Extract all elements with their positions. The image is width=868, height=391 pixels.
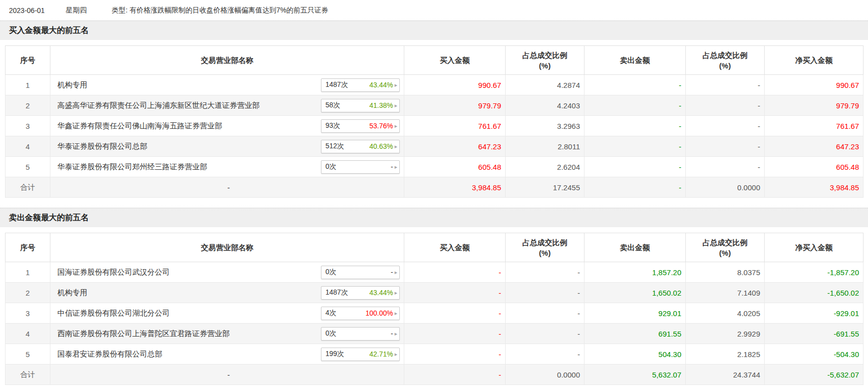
- branch-stats-badge[interactable]: 0次-▸: [321, 160, 400, 174]
- net-buy-amount-cell: 3,984.85: [765, 177, 864, 198]
- column-header: 序号: [5, 233, 50, 262]
- buy-total-ratio-cell: 3.2963: [506, 116, 584, 136]
- buy-amount-value: 605.48: [478, 163, 501, 171]
- buy-amount-value: -: [499, 309, 501, 318]
- branch-stats-badge[interactable]: 512次40.63%▸: [321, 140, 400, 153]
- sell-total-ratio-cell: 2.9929: [686, 324, 765, 344]
- buy-total-ratio-value: 2.6204: [557, 163, 580, 171]
- net-buy-amount-value: -504.30: [834, 350, 859, 359]
- sell-amount-value: 929.01: [658, 309, 681, 318]
- total-label: 合计: [5, 365, 50, 385]
- table-row: 5国泰君安证券股份有限公司总部199次42.71%▸--504.302.1825…: [5, 344, 864, 365]
- total-row: 合计--0.00005,632.0724.3744-5,632.07: [5, 365, 864, 385]
- branch-stats-badge[interactable]: 4次100.00%▸: [321, 307, 400, 320]
- net-buy-amount-value: 647.23: [836, 142, 859, 151]
- branch-name: 华鑫证券有限责任公司佛山南海海五路证券营业部: [57, 121, 222, 131]
- column-header: 占总成交比例 (%): [506, 46, 584, 75]
- total-row: 合计-3,984.8517.2455-0.00003,984.85: [5, 177, 864, 198]
- sell-total-ratio-value: 2.9929: [737, 330, 760, 338]
- sell-amount-value: -: [679, 122, 681, 130]
- sell-amount-cell: -: [584, 75, 686, 95]
- branch-name: 机构专用: [57, 80, 87, 90]
- win-rate-percent: -: [391, 163, 393, 171]
- buy-total-ratio-value: 17.2455: [553, 183, 580, 192]
- expand-arrow-icon: ▸: [394, 82, 397, 88]
- buy-total-ratio-value: 3.2963: [557, 122, 580, 130]
- net-buy-amount-cell: 761.67: [765, 116, 864, 136]
- win-rate-percent: 43.44%: [369, 289, 393, 297]
- branch-name-cell: 西南证券股份有限公司上海普陀区宜君路证券营业部0次-▸: [50, 324, 404, 344]
- branch-name-cell: 机构专用1487次43.44%▸: [50, 283, 404, 303]
- win-rate-percent: 42.71%: [369, 350, 393, 358]
- buy-total-ratio-cell: -: [506, 283, 584, 303]
- row-index: 2: [5, 283, 50, 303]
- sell-amount-value: -: [679, 101, 681, 110]
- sell-total-ratio-value: -: [758, 101, 760, 110]
- branch-name-wrap: 华泰证券股份有限公司总部512次40.63%▸: [57, 140, 400, 153]
- sell-total-ratio-value: 8.0375: [737, 268, 760, 277]
- column-header: 交易营业部名称: [50, 46, 404, 75]
- buy-top5-table: 序号交易营业部名称买入金额占总成交比例 (%)卖出金额占总成交比例 (%)净买入…: [5, 45, 864, 198]
- buy-amount-cell: 979.79: [404, 95, 506, 116]
- column-header: 交易营业部名称: [50, 233, 404, 262]
- appearance-count: 1487次: [325, 288, 348, 297]
- sell-amount-cell: 1,857.20: [584, 262, 686, 283]
- row-index: 3: [5, 116, 50, 136]
- buy-amount-value: -: [499, 371, 501, 379]
- buy-total-ratio-value: -: [578, 309, 580, 318]
- net-buy-amount-value: 3,984.85: [830, 183, 859, 192]
- branch-stats-badge[interactable]: 0次-▸: [321, 266, 400, 279]
- branch-stats-badge[interactable]: 0次-▸: [321, 327, 400, 341]
- appearance-count: 199次: [325, 350, 344, 359]
- buy-amount-value: 3,984.85: [472, 183, 501, 192]
- expand-arrow-icon: ▸: [394, 123, 397, 129]
- sell-amount-value: 1,857.20: [652, 268, 681, 277]
- branch-name-cell: 中信证券股份有限公司湖北分公司4次100.00%▸: [50, 303, 404, 324]
- appearance-count: 512次: [325, 142, 344, 151]
- row-index: 5: [5, 157, 50, 177]
- buy-total-ratio-cell: -: [506, 262, 584, 283]
- sell-amount-value: -: [679, 163, 681, 171]
- buy-total-ratio-value: -: [578, 289, 580, 297]
- column-header: 净买入金额: [765, 233, 864, 262]
- net-buy-amount-value: 990.67: [836, 81, 859, 89]
- branch-name: 华泰证券股份有限公司总部: [57, 142, 147, 151]
- branch-stats-badge[interactable]: 199次42.71%▸: [321, 348, 400, 361]
- buy-amount-cell: 647.23: [404, 136, 506, 157]
- column-header: 序号: [5, 46, 50, 75]
- branch-name-wrap: 华泰证券股份有限公司郑州经三路证券营业部0次-▸: [57, 160, 400, 174]
- branch-stats-badge[interactable]: 1487次43.44%▸: [321, 78, 400, 92]
- buy-amount-cell: 3,984.85: [404, 177, 506, 198]
- table-row: 3华鑫证券有限责任公司佛山南海海五路证券营业部93次53.76%▸761.673…: [5, 116, 864, 136]
- branch-name: 中信证券股份有限公司湖北分公司: [57, 309, 170, 318]
- sell-amount-cell: 5,632.07: [584, 365, 686, 385]
- sell-amount-cell: -: [584, 116, 686, 136]
- branch-name-wrap: 华鑫证券有限责任公司佛山南海海五路证券营业部93次53.76%▸: [57, 119, 400, 133]
- row-index: 4: [5, 324, 50, 344]
- sell-amount-cell: -: [584, 177, 686, 198]
- branch-name: 西南证券股份有限公司上海普陀区宜君路证券营业部: [57, 329, 230, 339]
- expand-arrow-icon: ▸: [394, 352, 397, 357]
- branch-stats-badge[interactable]: 1487次43.44%▸: [321, 286, 400, 300]
- column-header: 净买入金额: [765, 46, 864, 75]
- buy-total-ratio-value: -: [578, 350, 580, 359]
- buy-amount-value: 979.79: [478, 101, 501, 110]
- buy-total-ratio-cell: 17.2455: [506, 177, 584, 198]
- buy-total-ratio-value: -: [578, 330, 580, 338]
- net-buy-amount-cell: 979.79: [765, 95, 864, 116]
- table-row: 1国海证券股份有限公司武汉分公司0次-▸--1,857.208.0375-1,8…: [5, 262, 864, 283]
- branch-name-cell: 国海证券股份有限公司武汉分公司0次-▸: [50, 262, 404, 283]
- branch-stats-badge[interactable]: 58次41.38%▸: [321, 99, 400, 112]
- row-index: 3: [5, 303, 50, 324]
- net-buy-amount-value: -5,632.07: [828, 371, 859, 379]
- branch-name-wrap: 机构专用1487次43.44%▸: [57, 286, 400, 300]
- weekday: 星期四: [66, 6, 87, 15]
- total-label: 合计: [5, 177, 50, 198]
- net-buy-amount-cell: 990.67: [765, 75, 864, 95]
- sell-total-ratio-value: -: [758, 81, 760, 89]
- branch-stats-badge[interactable]: 93次53.76%▸: [321, 119, 400, 133]
- buy-amount-cell: -: [404, 344, 506, 365]
- branch-name: -: [228, 371, 230, 379]
- expand-arrow-icon: ▸: [394, 103, 397, 108]
- sell-amount-value: 504.30: [658, 350, 681, 359]
